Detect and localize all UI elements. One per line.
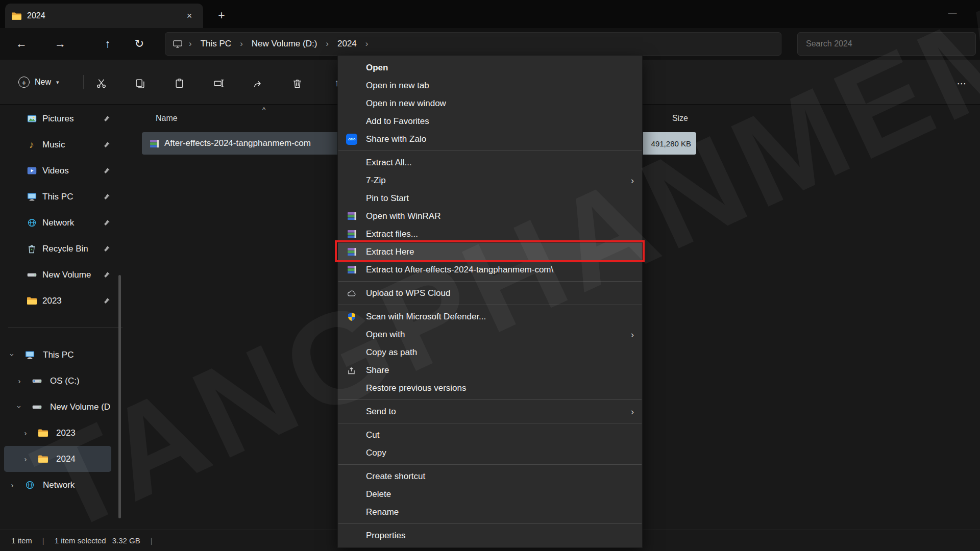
context-menu: Open Open in new tab Open in new window … bbox=[337, 55, 643, 548]
sidebar-item-new-volume[interactable]: New Volume bbox=[4, 262, 110, 288]
monitor-icon bbox=[173, 39, 183, 49]
menu-item-share-with-zalo[interactable]: Zalo Share with Zalo bbox=[338, 130, 642, 148]
tree-item-2023[interactable]: › 2023 bbox=[4, 420, 111, 446]
back-button[interactable]: ← bbox=[10, 33, 33, 55]
menu-item-delete[interactable]: Delete bbox=[338, 485, 642, 503]
menu-item-restore-previous-versions[interactable]: Restore previous versions bbox=[338, 379, 642, 397]
sidebar-item-recycle-bin[interactable]: Recycle Bin bbox=[4, 236, 110, 262]
paste-button[interactable] bbox=[168, 72, 190, 94]
titlebar: 2024 × + — bbox=[0, 0, 980, 28]
submenu-arrow-icon: › bbox=[631, 406, 634, 417]
menu-item-extract-files[interactable]: Extract files... bbox=[338, 225, 642, 243]
new-button[interactable]: + New ▾ bbox=[12, 71, 65, 93]
menu-item-open[interactable]: Open bbox=[338, 59, 642, 77]
more-options-button[interactable]: ⋯ bbox=[950, 72, 973, 94]
address-bar[interactable]: › This PC › New Volume (D:) › 2024 › bbox=[165, 32, 781, 56]
menu-item-open-with[interactable]: Open with › bbox=[338, 325, 642, 343]
status-divider: | bbox=[151, 536, 153, 545]
winrar-icon bbox=[346, 229, 357, 240]
pin-icon bbox=[104, 245, 110, 252]
refresh-button[interactable]: ↻ bbox=[128, 33, 151, 55]
menu-item-open-with-winrar[interactable]: Open with WinRAR bbox=[338, 207, 642, 225]
menu-item-properties[interactable]: Properties bbox=[338, 527, 642, 544]
rename-button[interactable] bbox=[207, 72, 230, 94]
column-header-name[interactable]: Name bbox=[156, 114, 178, 123]
new-tab-button[interactable]: + bbox=[212, 6, 231, 25]
sidebar-item-this-pc[interactable]: This PC bbox=[4, 184, 110, 210]
menu-item-label: Cut bbox=[366, 430, 379, 440]
tree-item-this-pc[interactable]: › This PC bbox=[4, 342, 111, 368]
sidebar-item-label: Recycle Bin bbox=[42, 244, 88, 254]
menu-item-scan-with-defender[interactable]: Scan with Microsoft Defender... bbox=[338, 308, 642, 325]
file-size: 491,280 KB bbox=[643, 132, 696, 155]
explorer-tab[interactable]: 2024 × bbox=[5, 4, 203, 28]
sidebar-item-network[interactable]: Network bbox=[4, 210, 110, 236]
tree-item-2024[interactable]: › 2024 bbox=[4, 446, 111, 472]
menu-item-label: Open with bbox=[366, 330, 405, 340]
chevron-right-icon: › bbox=[21, 429, 30, 437]
sidebar-item-videos[interactable]: Videos bbox=[4, 158, 110, 184]
submenu-arrow-icon: › bbox=[631, 175, 634, 186]
menu-item-rename[interactable]: Rename bbox=[338, 503, 642, 521]
menu-item-cut[interactable]: Cut bbox=[338, 426, 642, 444]
breadcrumb-new-volume-d[interactable]: New Volume (D:) bbox=[249, 37, 320, 51]
up-button[interactable]: ↑ bbox=[96, 33, 119, 55]
search-input[interactable] bbox=[801, 39, 972, 48]
forward-button[interactable]: → bbox=[49, 33, 71, 55]
music-note-icon: ♪ bbox=[27, 140, 37, 150]
menu-item-upload-to-wps-cloud[interactable]: Upload to WPS Cloud bbox=[338, 284, 642, 302]
menu-item-copy-as-path[interactable]: Copy as path bbox=[338, 343, 642, 361]
column-header-size[interactable]: Size bbox=[645, 114, 688, 123]
menu-item-label: Restore previous versions bbox=[366, 383, 467, 393]
sidebar-item-music[interactable]: ♪ Music bbox=[4, 132, 110, 158]
menu-separator bbox=[338, 281, 642, 282]
menu-item-label: Copy as path bbox=[366, 347, 417, 358]
chevron-right-icon: › bbox=[189, 39, 192, 49]
menu-item-send-to[interactable]: Send to › bbox=[338, 403, 642, 420]
menu-item-label: Share bbox=[366, 365, 389, 375]
breadcrumb-2024[interactable]: 2024 bbox=[335, 37, 359, 51]
share-button[interactable] bbox=[247, 72, 269, 94]
menu-item-7zip[interactable]: 7-Zip › bbox=[338, 171, 642, 189]
copy-button[interactable] bbox=[129, 72, 151, 94]
menu-item-create-shortcut[interactable]: Create shortcut bbox=[338, 467, 642, 485]
sidebar-scrollbar[interactable] bbox=[118, 275, 121, 518]
menu-item-extract-to-folder[interactable]: Extract to After-effects-2024-tangphanme… bbox=[338, 261, 642, 279]
sidebar-item-2023[interactable]: 2023 bbox=[4, 288, 110, 314]
menu-item-label: 7-Zip bbox=[366, 176, 386, 186]
breadcrumb-this-pc[interactable]: This PC bbox=[198, 37, 234, 51]
chevron-down-icon: › bbox=[15, 403, 24, 411]
tree-item-os-c[interactable]: › OS (C:) bbox=[4, 368, 111, 394]
winrar-icon bbox=[346, 264, 357, 276]
cut-button[interactable] bbox=[90, 72, 112, 94]
menu-item-label: Upload to WPS Cloud bbox=[366, 288, 450, 298]
menu-item-share[interactable]: Share bbox=[338, 361, 642, 379]
share-icon bbox=[346, 365, 357, 376]
tree-item-new-volume-d[interactable]: › New Volume (D bbox=[4, 394, 111, 420]
cloud-icon bbox=[346, 288, 357, 299]
menu-item-label: Create shortcut bbox=[366, 471, 425, 482]
menu-item-open-in-new-window[interactable]: Open in new window bbox=[338, 94, 642, 112]
menu-item-copy[interactable]: Copy bbox=[338, 444, 642, 462]
minimize-button[interactable]: — bbox=[937, 0, 968, 26]
search-box[interactable] bbox=[797, 32, 976, 56]
tree-item-label: Network bbox=[43, 480, 75, 490]
menu-item-extract-all[interactable]: Extract All... bbox=[338, 154, 642, 171]
menu-item-extract-here[interactable]: Extract Here bbox=[338, 243, 642, 261]
pin-icon bbox=[104, 115, 110, 122]
pictures-icon bbox=[27, 114, 37, 124]
menu-item-label: Open with WinRAR bbox=[366, 211, 440, 221]
tree-item-label: OS (C:) bbox=[50, 376, 80, 386]
menu-item-pin-to-start[interactable]: Pin to Start bbox=[338, 189, 642, 207]
folder-icon bbox=[11, 11, 21, 21]
tab-close-button[interactable]: × bbox=[182, 8, 197, 23]
sidebar-item-label: Videos bbox=[42, 166, 69, 176]
toolbar-divider bbox=[83, 75, 84, 89]
menu-item-label: Extract Here bbox=[366, 247, 414, 257]
sidebar-item-pictures[interactable]: Pictures bbox=[4, 106, 110, 132]
menu-item-open-in-new-tab[interactable]: Open in new tab bbox=[338, 77, 642, 94]
menu-item-label: Copy bbox=[366, 448, 386, 458]
delete-button[interactable] bbox=[286, 72, 308, 94]
tree-item-network[interactable]: › Network bbox=[4, 472, 111, 498]
menu-item-add-to-favorites[interactable]: Add to Favorites bbox=[338, 112, 642, 130]
